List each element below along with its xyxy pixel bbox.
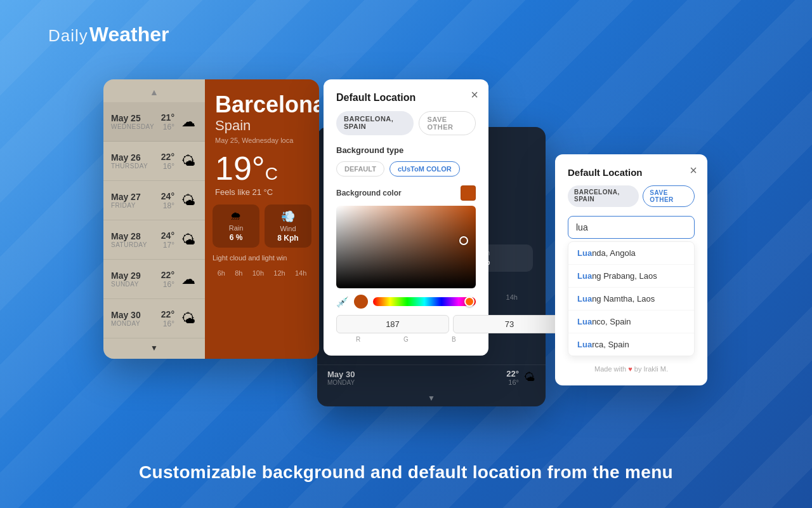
logo-weather: Weather <box>89 23 169 46</box>
hue-slider[interactable] <box>373 297 476 306</box>
weather-icon-3: 🌤 <box>180 192 197 209</box>
weather-icon-2: 🌤 <box>180 153 197 170</box>
color-gradient-picker[interactable] <box>336 206 476 288</box>
logo-daily: Daily <box>48 26 88 46</box>
color-gradient-cursor <box>459 236 468 245</box>
weather-icon-6: 🌤 <box>180 311 197 327</box>
location-dropdown: Luanda, Angola Luang Prabang, Laos Luang… <box>568 241 695 356</box>
rain-card: 🌧 Rain 6 % <box>213 204 259 248</box>
date-row-1[interactable]: May 25 WEDNESDAY 21° 16° ☁ <box>103 102 205 142</box>
color-preview-circle <box>354 295 368 309</box>
color-picker-modal: × Default Location BARCELONA, SPAIN SAVE… <box>324 79 488 356</box>
dropdown-item-4[interactable]: Luanco, Spain <box>568 311 694 333</box>
eyedropper-icon[interactable]: 💉 <box>336 296 349 308</box>
rgb-r-input[interactable] <box>336 315 449 333</box>
rgb-g-label: G <box>384 336 428 343</box>
dropdown-item-2[interactable]: Luang Prabang, Laos <box>568 265 694 288</box>
date-display: May 25, Wednesday loca <box>215 137 309 144</box>
rgb-r-label: R <box>336 336 380 343</box>
hue-slider-thumb <box>464 297 475 307</box>
color-picker-close-button[interactable]: × <box>471 88 478 101</box>
weather-description: Light cloud and light win <box>205 254 319 262</box>
country-name: Spain <box>215 117 309 134</box>
search-wrapper <box>568 216 695 239</box>
dark-date-row-1[interactable]: May 30 MONDAY 22° 16° 🌤 <box>317 364 546 390</box>
date-row-5[interactable]: May 29 SUNDAY 22° 16° ☁ <box>103 260 205 299</box>
scroll-up-arrow[interactable]: ▲ <box>103 79 205 102</box>
footer-heart: ♥ <box>628 365 632 373</box>
weather-icon-5: ☁ <box>180 271 197 288</box>
location-tab2-barcelona[interactable]: BARCELONA, SPAIN <box>568 185 639 207</box>
location-tabs-color: BARCELONA, SPAIN SAVE OTHER <box>336 111 476 135</box>
location-tab2-save-other[interactable]: SAVE OTHER <box>643 185 695 207</box>
location-tabs2: BARCELONA, SPAIN SAVE OTHER <box>568 185 695 207</box>
tagline: Customizable background and default loca… <box>0 462 812 483</box>
modal-footer: Made with ♥ by Irakli M. <box>568 365 695 373</box>
rgb-b-label: B <box>432 336 476 343</box>
dropdown-item-1[interactable]: Luanda, Angola <box>568 242 694 265</box>
rgb-g-input[interactable] <box>453 315 566 333</box>
bg-color-label: Background color <box>336 189 402 197</box>
widget-left-panel: ▲ May 25 WEDNESDAY 21° 16° ☁ May 26 THUR… <box>103 79 205 359</box>
bg-tab-custom[interactable]: cUsToM COLOR <box>390 161 460 177</box>
bg-type-label: Background type <box>336 145 476 155</box>
weather-icon-1: ☁ <box>180 114 197 130</box>
app-logo: Daily Weather <box>48 23 169 46</box>
location-modal-close-button[interactable]: × <box>690 163 697 178</box>
location-modal-title: Default Location <box>568 167 695 178</box>
time-row: 6h 8h 10h 12h 14h <box>205 267 319 279</box>
location-tab-barcelona[interactable]: BARCELONA, SPAIN <box>336 111 414 135</box>
date-row-3[interactable]: May 27 FRIDAY 24° 18° 🌤 <box>103 181 205 220</box>
bg-tab-default[interactable]: DEFAULT <box>336 161 384 177</box>
weather-icon-4: 🌤 <box>180 232 197 248</box>
color-picker-title: Default Location <box>336 92 476 104</box>
bg-type-tabs: DEFAULT cUsToM COLOR <box>336 161 476 177</box>
hue-row: 💉 <box>336 295 476 309</box>
weather-widget-left: ▲ May 25 WEDNESDAY 21° 16° ☁ May 26 THUR… <box>103 79 319 359</box>
rgb-inputs <box>336 315 476 333</box>
location-search-input[interactable] <box>568 216 695 239</box>
weather-cards: 🌧 Rain 6 % 💨 Wind 8 Kph <box>205 204 319 248</box>
city-name: Barcelona <box>215 92 309 117</box>
scroll-down-arrow[interactable]: ▼ <box>103 338 205 358</box>
date-row-2[interactable]: May 26 THURSDAY 22° 16° 🌤 <box>103 142 205 181</box>
dark-scroll-down[interactable]: ▼ <box>317 390 546 406</box>
dropdown-item-3[interactable]: Luang Namtha, Laos <box>568 288 694 311</box>
current-temp: 19°C <box>215 149 309 187</box>
color-swatch[interactable] <box>461 185 476 201</box>
location-tab-save-other[interactable]: SAVE OTHER <box>419 111 476 135</box>
date-row-4[interactable]: May 28 SATURDAY 24° 17° 🌤 <box>103 220 205 260</box>
date-row-6[interactable]: May 30 MONDAY 22° 16° 🌤 <box>103 299 205 338</box>
wind-card: 💨 Wind 8 Kph <box>265 204 311 248</box>
location-modal: × Default Location BARCELONA, SPAIN SAVE… <box>555 154 707 385</box>
feels-like: Feels like 21 °C <box>215 187 309 197</box>
widget-right-panel: Barcelona Spain May 25, Wednesday loca 1… <box>205 79 319 359</box>
dropdown-item-5[interactable]: Luarca, Spain <box>568 333 694 356</box>
